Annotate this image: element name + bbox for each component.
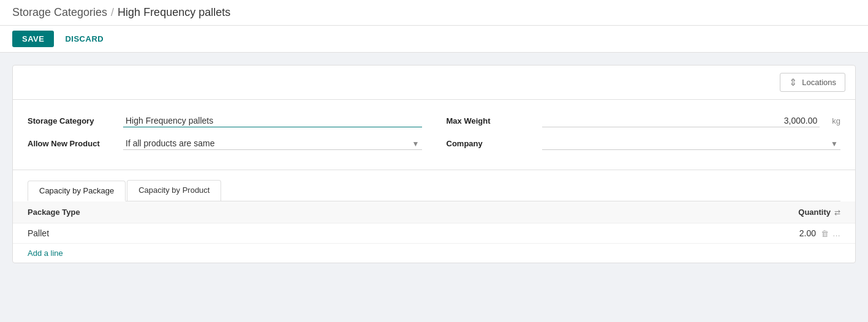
max-weight-unit: kg [832, 116, 840, 125]
breadcrumb-current: High Frequency pallets [118, 6, 230, 19]
breadcrumb-separator: / [111, 6, 114, 19]
form-row-2: Allow New Product If all products are sa… [28, 137, 840, 150]
locations-icon: ⇕ [789, 77, 797, 88]
col-quantity-wrap: Quantity ⇄ [798, 208, 840, 217]
row-actions: 🗑 … [821, 229, 840, 238]
max-weight-input[interactable] [542, 114, 820, 127]
page-content: ⇕ Locations Storage Category Max Weight … [0, 53, 868, 275]
save-button[interactable]: SAVE [12, 31, 54, 47]
row-menu-icon[interactable]: … [832, 229, 840, 238]
allow-new-product-wrapper: If all products are same If same product… [123, 137, 422, 150]
row-quantity: 2.00 [799, 228, 816, 238]
col-quantity-header: Quantity [798, 208, 831, 217]
storage-category-label: Storage Category [28, 116, 113, 125]
breadcrumb: Storage Categories / High Frequency pall… [12, 6, 856, 19]
tab-capacity-by-package[interactable]: Capacity by Package [28, 181, 126, 201]
delete-icon[interactable]: 🗑 [821, 229, 829, 238]
company-select[interactable] [542, 137, 841, 150]
locations-button[interactable]: ⇕ Locations [780, 73, 845, 92]
form-fields: Storage Category Max Weight kg Allow New… [13, 100, 855, 170]
storage-category-input[interactable] [123, 114, 422, 127]
storage-category-group: Storage Category [28, 114, 422, 127]
discard-button[interactable]: DISCARD [59, 31, 110, 47]
company-select-wrapper: ▼ [542, 137, 841, 150]
row-package-type: Pallet [28, 228, 49, 238]
add-line-button[interactable]: Add a line [13, 244, 78, 263]
table-row: Pallet 2.00 🗑 … [13, 223, 855, 244]
company-group: Company ▼ [447, 137, 841, 150]
allow-new-product-label: Allow New Product [28, 139, 113, 148]
tabs-section: Capacity by Package Capacity by Product [13, 170, 855, 201]
max-weight-group: Max Weight kg [447, 114, 841, 127]
allow-new-product-select[interactable]: If all products are same If same product… [123, 137, 422, 150]
allow-new-product-group: Allow New Product If all products are sa… [28, 137, 422, 150]
tabs-row: Capacity by Package Capacity by Product [28, 180, 840, 201]
action-bar: SAVE DISCARD [0, 26, 868, 53]
card-header: ⇕ Locations [13, 66, 855, 100]
breadcrumb-parent[interactable]: Storage Categories [12, 6, 107, 19]
form-row-1: Storage Category Max Weight kg [28, 114, 840, 127]
locations-label: Locations [802, 78, 836, 87]
col-package-type-header: Package Type [28, 208, 80, 217]
adjust-columns-icon[interactable]: ⇄ [834, 208, 840, 217]
table-header: Package Type Quantity ⇄ [13, 201, 855, 223]
tab-content: Package Type Quantity ⇄ Pallet 2.00 🗑 … … [13, 201, 855, 263]
company-label: Company [447, 139, 532, 148]
tab-capacity-by-product[interactable]: Capacity by Product [127, 180, 221, 201]
form-card: ⇕ Locations Storage Category Max Weight … [12, 65, 856, 263]
row-qty-wrap: 2.00 🗑 … [799, 228, 840, 238]
max-weight-label: Max Weight [447, 116, 532, 125]
